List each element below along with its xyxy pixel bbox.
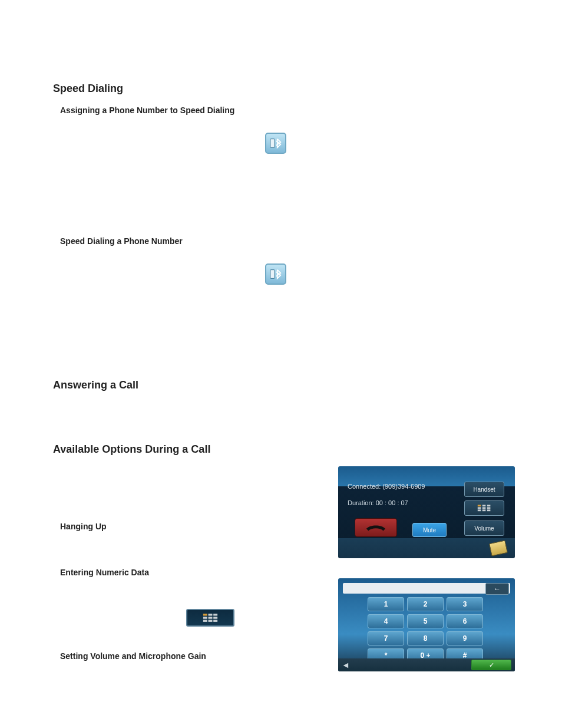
svg-rect-13 bbox=[487, 505, 491, 506]
svg-rect-3 bbox=[209, 614, 213, 615]
svg-rect-18 bbox=[482, 509, 486, 511]
svg-rect-11 bbox=[478, 505, 481, 506]
handset-button[interactable]: Handset bbox=[464, 482, 504, 497]
screenshot-keypad: ← 1 2 3 4 5 6 7 8 9 * 0 + # ◄ ✓ bbox=[338, 578, 515, 671]
back-button[interactable]: ◄ bbox=[342, 660, 350, 670]
svg-rect-4 bbox=[213, 614, 217, 615]
heading-speed-dialing: Speed Dialing bbox=[53, 83, 515, 95]
svg-rect-19 bbox=[487, 509, 491, 511]
key-9[interactable]: 9 bbox=[447, 631, 483, 645]
key-6[interactable]: 6 bbox=[447, 614, 483, 628]
key-4[interactable]: 4 bbox=[368, 614, 404, 628]
svg-rect-2 bbox=[203, 614, 207, 615]
connected-label: Connected: (909)394-6909 bbox=[348, 483, 425, 490]
bluetooth-phone-icon bbox=[265, 133, 286, 154]
mute-button[interactable]: Mute bbox=[412, 523, 447, 537]
key-5[interactable]: 5 bbox=[407, 614, 444, 628]
svg-rect-6 bbox=[209, 617, 213, 618]
key-7[interactable]: 7 bbox=[368, 631, 404, 645]
volume-button[interactable]: Volume bbox=[464, 521, 504, 536]
keypad-icon bbox=[186, 609, 234, 627]
bluetooth-phone-icon bbox=[265, 263, 286, 285]
body-text bbox=[60, 120, 515, 130]
svg-rect-10 bbox=[213, 620, 217, 621]
svg-rect-0 bbox=[270, 139, 275, 148]
heading-answering-call: Answering a Call bbox=[53, 379, 515, 391]
svg-rect-16 bbox=[487, 507, 491, 509]
svg-rect-7 bbox=[213, 617, 217, 618]
svg-rect-15 bbox=[482, 507, 486, 509]
svg-rect-8 bbox=[203, 620, 207, 621]
heading-volume-gain: Setting Volume and Microphone Gain bbox=[60, 651, 322, 661]
svg-rect-1 bbox=[270, 270, 275, 279]
svg-rect-14 bbox=[478, 507, 481, 509]
map-icon[interactable] bbox=[489, 540, 508, 556]
key-2[interactable]: 2 bbox=[407, 597, 444, 611]
heading-entering-numeric: Entering Numeric Data bbox=[60, 568, 322, 577]
svg-rect-17 bbox=[478, 509, 481, 511]
key-3[interactable]: 3 bbox=[447, 597, 483, 611]
key-8[interactable]: 8 bbox=[407, 631, 444, 645]
body-text bbox=[60, 582, 322, 592]
svg-rect-9 bbox=[209, 620, 213, 621]
screenshot-call-in-progress: Connected: (909)394-6909 Duration: 00 : … bbox=[338, 466, 515, 558]
body-text bbox=[60, 251, 515, 261]
heading-hanging-up: Hanging Up bbox=[60, 522, 322, 531]
svg-rect-5 bbox=[203, 617, 207, 618]
svg-rect-12 bbox=[482, 505, 486, 506]
ok-button[interactable]: ✓ bbox=[471, 660, 511, 670]
key-1[interactable]: 1 bbox=[368, 597, 404, 611]
heading-speed-dial-number: Speed Dialing a Phone Number bbox=[60, 236, 515, 246]
duration-label: Duration: 00 : 00 : 07 bbox=[348, 499, 408, 506]
heading-assign-speed-dial: Assigning a Phone Number to Speed Dialin… bbox=[60, 106, 515, 115]
keypad-button[interactable] bbox=[464, 500, 504, 516]
backspace-button[interactable]: ← bbox=[485, 583, 509, 595]
hangup-button[interactable] bbox=[355, 518, 397, 537]
heading-available-options: Available Options During a Call bbox=[53, 443, 515, 456]
